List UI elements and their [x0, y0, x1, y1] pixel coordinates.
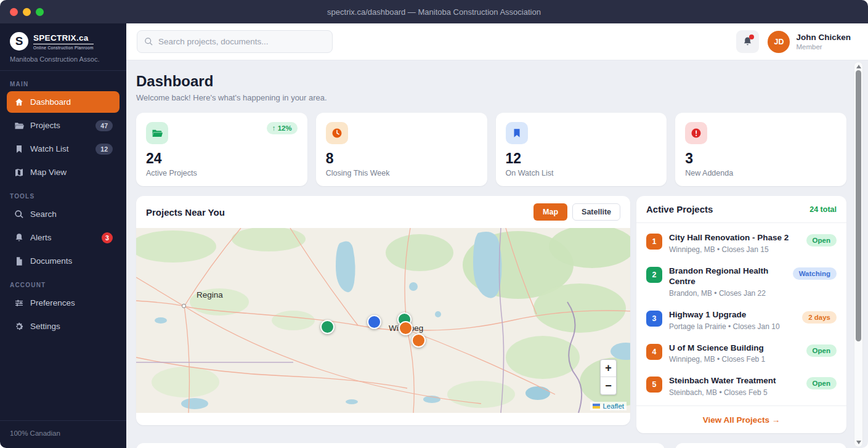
- stat-card-new-addenda[interactable]: 3 New Addenda: [675, 113, 846, 186]
- sidebar-item-label: Watch List: [30, 144, 69, 153]
- sidebar-item-documents[interactable]: Documents: [7, 250, 120, 272]
- ukraine-flag-icon: [593, 404, 600, 409]
- page-title: Dashboard: [136, 73, 846, 90]
- status-badge: Watching: [793, 267, 837, 280]
- stat-value: 12: [506, 150, 657, 167]
- projects-count-badge: 47: [95, 120, 113, 131]
- project-map-marker[interactable]: [320, 320, 335, 334]
- zoom-out-button[interactable]: −: [601, 377, 616, 394]
- topbar: JD John Chicken Member: [126, 23, 868, 60]
- sidebar-item-label: Search: [30, 210, 57, 219]
- status-badge: Open: [806, 234, 837, 246]
- bell-icon: [14, 232, 24, 243]
- project-list-item[interactable]: 5 Steinbach Water Treatment Steinbach, M…: [646, 370, 837, 403]
- project-meta: Portage la Prairie • Closes Jan 10: [669, 322, 795, 331]
- stat-card-closing-week[interactable]: 8 Closing This Week: [316, 113, 487, 186]
- dashboard-content: Dashboard Welcome back! Here's what's ha…: [126, 60, 868, 448]
- folder-open-icon: [146, 122, 168, 144]
- sidebar-item-label: Settings: [30, 322, 60, 331]
- project-list-item[interactable]: 3 Highway 1 Upgrade Portage la Prairie •…: [646, 304, 837, 337]
- status-badge: 2 days: [802, 311, 837, 324]
- stat-value: 24: [146, 150, 298, 167]
- sliders-icon: [14, 298, 24, 308]
- watchlist-count-badge: 12: [95, 144, 113, 155]
- search-box[interactable]: [137, 30, 333, 53]
- sidebar-item-map-view[interactable]: Map View: [7, 161, 120, 183]
- project-title: Brandon Regional Health Centre: [669, 266, 786, 287]
- sidebar-item-alerts[interactable]: Alerts 3: [7, 227, 120, 248]
- project-list-item[interactable]: 1 City Hall Renovation - Phase 2 Winnipe…: [646, 227, 837, 260]
- sidebar-item-settings[interactable]: Settings: [7, 316, 120, 337]
- logo-text: SPECTRIX.ca: [33, 33, 94, 43]
- project-rank-badge: 1: [646, 234, 662, 250]
- project-meta: Brandon, MB • Closes Jan 22: [669, 289, 786, 298]
- sidebar-item-label: Dashboard: [30, 97, 71, 107]
- search-input[interactable]: [158, 37, 325, 46]
- user-name: John Chicken: [796, 33, 851, 43]
- status-badge: Open: [806, 344, 837, 357]
- scrollbar-thumb[interactable]: [856, 70, 861, 341]
- user-role: Member: [796, 43, 851, 51]
- scroll-down-arrow[interactable]: [856, 441, 861, 444]
- stat-card-watch-list[interactable]: 12 On Watch List: [496, 113, 667, 186]
- map-icon: [14, 167, 24, 177]
- stat-card-active-projects[interactable]: ↑ 12% 24 Active Projects: [136, 113, 307, 186]
- project-meta: Steinbach, MB • Closes Feb 5: [669, 388, 800, 397]
- project-title: U of M Science Building: [669, 343, 800, 354]
- sidebar-item-label: Documents: [30, 256, 72, 266]
- stat-value: 8: [326, 150, 477, 167]
- vertical-scrollbar[interactable]: [854, 62, 863, 447]
- org-name: Manitoba Construction Assoc.: [10, 55, 116, 63]
- project-title: Steinbach Water Treatment: [669, 376, 800, 386]
- project-map-marker[interactable]: [412, 333, 426, 348]
- map-city-label-regina: Regina: [197, 290, 223, 299]
- your-stats-card: Your Stats: [675, 443, 846, 448]
- home-icon: [14, 97, 24, 107]
- project-list-item[interactable]: 2 Brandon Regional Health Centre Brandon…: [646, 260, 837, 304]
- status-badge: Open: [806, 377, 837, 389]
- stat-label: Closing This Week: [326, 169, 477, 177]
- project-rank-badge: 4: [646, 344, 662, 360]
- stat-label: On Watch List: [506, 169, 657, 177]
- project-list-item[interactable]: 4 U of M Science Building Winnipeg, MB •…: [646, 337, 837, 370]
- leaflet-link[interactable]: Leaflet: [602, 402, 624, 410]
- page-subtitle: Welcome back! Here's what's happening in…: [136, 93, 846, 102]
- spectrix-logo-icon: S: [10, 32, 28, 51]
- project-rank-badge: 3: [646, 311, 662, 327]
- window-title: spectrix.ca/dashboard — Manitoba Constru…: [0, 7, 868, 17]
- project-meta: Winnipeg, MB • Closes Jan 15: [669, 245, 800, 254]
- project-map-marker[interactable]: [367, 315, 381, 329]
- project-map-marker[interactable]: [399, 321, 413, 335]
- sidebar-item-label: Projects: [30, 121, 60, 130]
- map-view-button[interactable]: Map: [533, 203, 567, 221]
- search-icon: [14, 209, 24, 219]
- sidebar-item-projects[interactable]: Projects 47: [7, 115, 120, 136]
- sidebar-item-search[interactable]: Search: [7, 203, 120, 225]
- sidebar-item-label: Alerts: [30, 233, 52, 242]
- map-card-title: Projects Near You: [146, 207, 225, 218]
- project-title: City Hall Renovation - Phase 2: [669, 233, 800, 243]
- regina-city-dot: [182, 304, 186, 308]
- notifications-button[interactable]: [736, 30, 759, 53]
- logo-block: S SPECTRIX.ca Online Construction Planro…: [0, 23, 126, 71]
- sidebar-item-label: Preferences: [30, 298, 75, 307]
- view-all-projects-link[interactable]: View All Projects →: [703, 415, 780, 425]
- zoom-in-button[interactable]: +: [601, 360, 616, 377]
- logo-tagline: Online Construction Planroom: [33, 44, 94, 50]
- project-rank-badge: 5: [646, 377, 662, 393]
- stat-value: 3: [685, 150, 837, 167]
- sidebar-item-dashboard[interactable]: Dashboard: [7, 91, 120, 113]
- sidebar-item-watch-list[interactable]: Watch List 12: [7, 138, 120, 160]
- satellite-view-button[interactable]: Satellite: [572, 203, 620, 221]
- sidebar-item-preferences[interactable]: Preferences: [7, 292, 120, 314]
- user-menu[interactable]: JD John Chicken Member: [768, 31, 851, 53]
- alert-icon: [685, 122, 707, 144]
- active-projects-title: Active Projects: [646, 204, 713, 214]
- project-meta: Winnipeg, MB • Closes Feb 1: [669, 355, 800, 364]
- scroll-up-arrow[interactable]: [856, 65, 861, 68]
- stat-label: Active Projects: [146, 169, 298, 177]
- map-canvas[interactable]: Regina Winnipeg + −: [136, 228, 630, 413]
- sidebar-footer: 100% Canadian: [0, 420, 126, 448]
- search-icon: [144, 37, 153, 46]
- stat-label: New Addenda: [685, 169, 837, 177]
